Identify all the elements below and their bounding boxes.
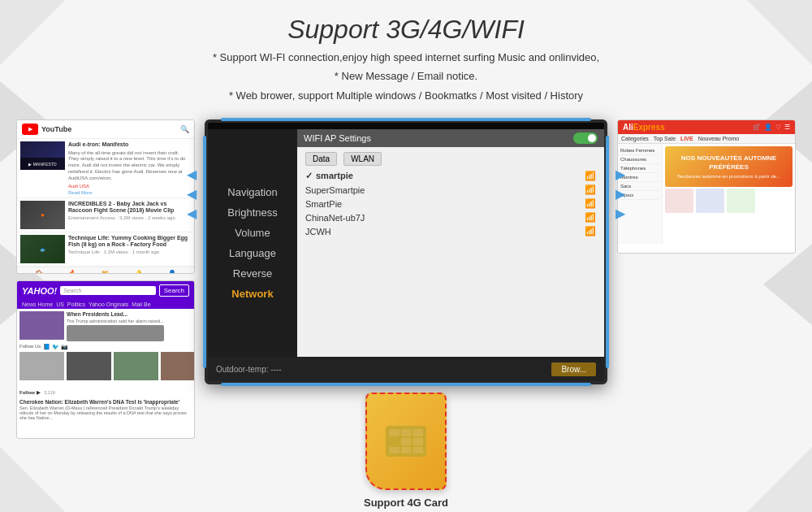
sim-cell-2	[401, 429, 412, 436]
frame-border-right	[606, 136, 609, 368]
ali-menu-icon[interactable]: ☰	[784, 124, 790, 131]
wifi-network-2[interactable]: SuperSmartpie 📶	[305, 183, 596, 197]
bullet-2: * New Message / Email notice.	[0, 67, 812, 85]
right-column: AliExpress 🛒 👤 ♡ ☰ Categories Top Sale L…	[617, 119, 796, 501]
header: Support 3G/4G/WIFI * Support WI-FI conne…	[0, 0, 812, 111]
aliexpress-products	[665, 189, 793, 213]
center-column: ◀ ◀ ◀ ▶ ▶ ▶ Navigation	[205, 119, 607, 501]
yahoo-search[interactable]: Search	[60, 286, 155, 295]
wifi-signal-5: 📶	[585, 226, 596, 236]
youtube-header: YouTube 🔍	[17, 120, 194, 139]
browse-button[interactable]: Brow...	[551, 362, 596, 376]
sim-card-illustration	[365, 393, 447, 490]
youtube-video-3: 🐟 Technique Life: Yummy Cooking Bigger E…	[17, 232, 194, 267]
ali-sidebar-1[interactable]: Robes Femmes	[620, 146, 659, 155]
menu-item-navigation[interactable]: Navigation	[214, 182, 291, 202]
yahoo-nav: News Home US Politics Yahoo Originals Ma…	[17, 300, 194, 309]
sim-label: Support 4G Card	[364, 497, 448, 509]
main-tv-screen: Navigation Brightness Volume Language Re…	[208, 129, 604, 357]
left-arrow-3[interactable]: ◀	[187, 207, 197, 220]
sim-cell-3	[412, 429, 423, 436]
ali-sidebar-3[interactable]: Téléphones	[620, 164, 659, 173]
menu-item-language[interactable]: Language	[214, 243, 291, 263]
wifi-signal-3: 📶	[585, 198, 596, 209]
youtube-icon	[22, 124, 38, 135]
left-nav-arrows: ◀ ◀ ◀	[187, 168, 197, 220]
yahoo-row-2	[19, 352, 192, 380]
ali-sidebar-5[interactable]: Sacs	[620, 182, 659, 191]
aliexpress-logo: AliExpress	[623, 123, 665, 132]
left-arrow-1[interactable]: ◀	[187, 168, 197, 181]
ali-cart-icon[interactable]: 🛒	[753, 124, 761, 131]
menu-item-brightness[interactable]: Brightness	[214, 202, 291, 223]
sim-cell-6	[412, 438, 423, 445]
menu-item-network[interactable]: Network	[214, 284, 291, 304]
ali-product-1	[665, 189, 693, 213]
wlan-button[interactable]: WLAN	[343, 152, 382, 166]
youtube-footer: 🏠 🔥 📂 🔔 👤	[17, 267, 194, 275]
youtube-card: YouTube 🔍 ▶ MANIFESTO Audi e-tron: Manif…	[16, 119, 195, 274]
wifi-network-1[interactable]: ✓smartpie 📶	[305, 169, 596, 183]
wifi-network-4[interactable]: ChinaNet-ub7J 📶	[305, 210, 596, 224]
wifi-panel: WIFI AP Settings Data WLAN ✓smartpie	[297, 129, 604, 357]
ali-sidebar-2[interactable]: Chaussures	[620, 155, 659, 164]
tv-status-bar	[208, 123, 604, 129]
yahoo-ticker: Follow ▶ 3,119	[19, 383, 192, 397]
bullet-3: * Web brower, support Multiple windows /…	[0, 86, 812, 105]
youtube-logo: YouTube	[22, 124, 71, 135]
data-wlan-row: Data WLAN	[305, 152, 596, 166]
aliexpress-header: AliExpress 🛒 👤 ♡ ☰	[618, 120, 795, 134]
ali-product-3	[727, 189, 755, 213]
yahoo-img-4	[114, 352, 158, 380]
aliexpress-card: AliExpress 🛒 👤 ♡ ☰ Categories Top Sale L…	[617, 119, 796, 254]
data-button[interactable]: Data	[305, 152, 337, 166]
yahoo-content: When Presidents Lead... The Trump admini…	[17, 309, 194, 429]
ali-sidebar-6[interactable]: Bijoux	[620, 191, 659, 200]
wifi-settings-title: WIFI AP Settings	[304, 133, 371, 143]
yt-video-3-info: Technique Life: Yummy Cooking Bigger Egg…	[68, 235, 191, 263]
ali-user-icon[interactable]: 👤	[764, 124, 772, 131]
yt-thumb-2: ●	[20, 201, 65, 229]
yahoo-img-1	[19, 311, 64, 340]
yahoo-follow: Follow Us 📘 🐦 📷	[19, 344, 192, 350]
page-title: Support 3G/4G/WIFI	[0, 15, 812, 45]
sim-cell-5	[401, 438, 412, 445]
right-arrow-2[interactable]: ▶	[615, 188, 625, 201]
wifi-network-3[interactable]: SmartPie 📶	[305, 197, 596, 210]
aliexpress-content: Robes Femmes Chaussures Téléphones Montr…	[618, 144, 795, 244]
temperature-display: Outdoor-temp: ----	[216, 365, 282, 374]
menu-item-volume[interactable]: Volume	[214, 223, 291, 243]
yahoo-img-2	[19, 352, 64, 380]
yahoo-search-button[interactable]: Search	[159, 284, 189, 297]
menu-item-reverse[interactable]: Reverse	[214, 263, 291, 284]
yahoo-img-3	[67, 352, 111, 380]
youtube-video-1: ▶ MANIFESTO Audi e-tron: Manifesto Many …	[17, 139, 194, 197]
sim-container: Support 4G Card	[356, 384, 456, 512]
aliexpress-nav: Categories Top Sale LIVE Nouveau Promo	[618, 134, 795, 144]
frame-border-bottom	[221, 383, 591, 386]
ali-heart-icon[interactable]: ♡	[775, 124, 781, 131]
aliexpress-banner: NOS NOUVEAUTÉS AUTOMNE PRÉFÉRÉES Tendanc…	[665, 146, 793, 187]
yahoo-header: YAHOO! Search Search	[17, 281, 194, 300]
right-arrow-3[interactable]: ▶	[615, 207, 625, 220]
main-area: YouTube 🔍 ▶ MANIFESTO Audi e-tron: Manif…	[0, 111, 812, 501]
sim-cell-4	[389, 438, 400, 445]
left-arrow-2[interactable]: ◀	[187, 188, 197, 201]
right-arrow-1[interactable]: ▶	[615, 168, 625, 181]
main-tv-wrapper: ◀ ◀ ◀ ▶ ▶ ▶ Navigation	[205, 119, 607, 384]
frame-border-top	[221, 118, 591, 121]
ali-sidebar-4[interactable]: Montres	[620, 173, 659, 182]
sim-cell-1	[389, 429, 400, 436]
tv-menu: Navigation Brightness Volume Language Re…	[208, 129, 297, 357]
yt-video-2-info: INCREDIBLES 2 - Baby Jack Jack vs Raccoo…	[68, 201, 191, 229]
wifi-checkmark-1: ✓	[305, 171, 313, 180]
header-bullets: * Support WI-FI connection,enjoy high sp…	[0, 48, 812, 105]
yt-thumb-3: 🐟	[20, 235, 65, 263]
aliexpress-header-icons: 🛒 👤 ♡ ☰	[753, 124, 790, 131]
page-wrapper: Support 3G/4G/WIFI * Support WI-FI conne…	[0, 0, 812, 512]
sim-cell-8	[401, 447, 412, 454]
wifi-toggle[interactable]	[573, 132, 598, 144]
wifi-network-5[interactable]: JCWH 📶	[305, 224, 596, 238]
aliexpress-banner-text: NOS NOUVEAUTÉS AUTOMNE PRÉFÉRÉES Tendanc…	[668, 154, 789, 180]
youtube-video-2: ● INCREDIBLES 2 - Baby Jack Jack vs Racc…	[17, 198, 194, 232]
